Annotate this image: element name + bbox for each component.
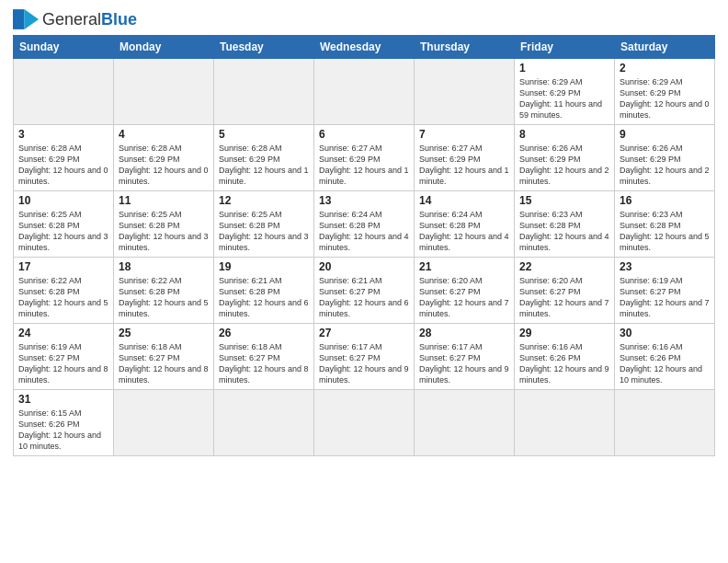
calendar-cell: 5Sunrise: 6:28 AM Sunset: 6:29 PM Daylig… (214, 125, 314, 191)
calendar-cell: 26Sunrise: 6:18 AM Sunset: 6:27 PM Dayli… (214, 324, 314, 390)
day-number: 2 (620, 62, 710, 75)
weekday-header: Wednesday (314, 36, 415, 59)
calendar-table: SundayMondayTuesdayWednesdayThursdayFrid… (13, 35, 715, 456)
day-number: 9 (620, 128, 710, 141)
day-info: Sunrise: 6:28 AM Sunset: 6:29 PM Dayligh… (119, 143, 209, 188)
day-number: 11 (119, 194, 209, 207)
day-info: Sunrise: 6:18 AM Sunset: 6:27 PM Dayligh… (219, 341, 309, 386)
day-number: 13 (319, 194, 409, 207)
day-info: Sunrise: 6:16 AM Sunset: 6:26 PM Dayligh… (519, 341, 609, 386)
svg-marker-1 (24, 9, 39, 29)
day-info: Sunrise: 6:22 AM Sunset: 6:28 PM Dayligh… (18, 275, 108, 320)
day-number: 19 (219, 260, 309, 273)
day-info: Sunrise: 6:21 AM Sunset: 6:27 PM Dayligh… (319, 275, 409, 320)
calendar-cell (114, 390, 214, 456)
day-number: 25 (119, 327, 209, 339)
day-info: Sunrise: 6:20 AM Sunset: 6:27 PM Dayligh… (519, 275, 609, 320)
day-number: 3 (18, 128, 108, 141)
weekday-header: Thursday (415, 36, 515, 59)
calendar-cell: 15Sunrise: 6:23 AM Sunset: 6:28 PM Dayli… (515, 191, 615, 258)
day-info: Sunrise: 6:29 AM Sunset: 6:29 PM Dayligh… (620, 76, 710, 121)
calendar-cell: 22Sunrise: 6:20 AM Sunset: 6:27 PM Dayli… (515, 258, 615, 324)
calendar-cell: 8Sunrise: 6:26 AM Sunset: 6:29 PM Daylig… (515, 125, 615, 191)
day-info: Sunrise: 6:23 AM Sunset: 6:28 PM Dayligh… (519, 209, 609, 254)
day-number: 12 (219, 194, 309, 207)
calendar-cell: 24Sunrise: 6:19 AM Sunset: 6:27 PM Dayli… (14, 324, 114, 390)
day-number: 22 (519, 260, 609, 273)
calendar-cell (314, 390, 415, 456)
day-number: 4 (119, 128, 209, 141)
day-number: 17 (18, 260, 108, 273)
day-info: Sunrise: 6:27 AM Sunset: 6:29 PM Dayligh… (319, 143, 409, 188)
header: GeneralBlue (13, 9, 715, 29)
calendar-cell: 9Sunrise: 6:26 AM Sunset: 6:29 PM Daylig… (615, 125, 715, 191)
day-number: 18 (119, 260, 209, 273)
day-number: 26 (219, 327, 309, 339)
day-number: 21 (419, 260, 509, 273)
calendar-cell (314, 59, 415, 125)
logo: GeneralBlue (13, 9, 137, 29)
day-number: 1 (519, 62, 609, 75)
day-info: Sunrise: 6:19 AM Sunset: 6:27 PM Dayligh… (620, 275, 710, 320)
calendar-cell (214, 59, 314, 125)
calendar-cell: 10Sunrise: 6:25 AM Sunset: 6:28 PM Dayli… (14, 191, 114, 258)
calendar-cell: 27Sunrise: 6:17 AM Sunset: 6:27 PM Dayli… (314, 324, 415, 390)
day-info: Sunrise: 6:25 AM Sunset: 6:28 PM Dayligh… (18, 209, 108, 254)
day-info: Sunrise: 6:26 AM Sunset: 6:29 PM Dayligh… (620, 143, 710, 188)
day-info: Sunrise: 6:16 AM Sunset: 6:26 PM Dayligh… (620, 341, 710, 386)
calendar-cell: 7Sunrise: 6:27 AM Sunset: 6:29 PM Daylig… (415, 125, 515, 191)
day-info: Sunrise: 6:22 AM Sunset: 6:28 PM Dayligh… (119, 275, 209, 320)
calendar-cell: 28Sunrise: 6:17 AM Sunset: 6:27 PM Dayli… (415, 324, 515, 390)
calendar-cell (114, 59, 214, 125)
day-info: Sunrise: 6:15 AM Sunset: 6:26 PM Dayligh… (18, 408, 108, 453)
day-info: Sunrise: 6:17 AM Sunset: 6:27 PM Dayligh… (419, 341, 509, 386)
calendar-cell: 25Sunrise: 6:18 AM Sunset: 6:27 PM Dayli… (114, 324, 214, 390)
calendar-cell: 21Sunrise: 6:20 AM Sunset: 6:27 PM Dayli… (415, 258, 515, 324)
day-info: Sunrise: 6:23 AM Sunset: 6:28 PM Dayligh… (620, 209, 710, 254)
weekday-header: Friday (515, 36, 615, 59)
day-number: 24 (18, 327, 108, 339)
calendar-cell: 1Sunrise: 6:29 AM Sunset: 6:29 PM Daylig… (515, 59, 615, 125)
day-number: 27 (319, 327, 409, 339)
day-info: Sunrise: 6:25 AM Sunset: 6:28 PM Dayligh… (119, 209, 209, 254)
day-info: Sunrise: 6:26 AM Sunset: 6:29 PM Dayligh… (519, 143, 609, 188)
day-number: 14 (419, 194, 509, 207)
day-info: Sunrise: 6:20 AM Sunset: 6:27 PM Dayligh… (419, 275, 509, 320)
day-info: Sunrise: 6:17 AM Sunset: 6:27 PM Dayligh… (319, 341, 409, 386)
day-number: 6 (319, 128, 409, 141)
calendar-cell: 19Sunrise: 6:21 AM Sunset: 6:28 PM Dayli… (214, 258, 314, 324)
day-number: 29 (519, 327, 609, 339)
svg-rect-2 (15, 11, 23, 29)
day-info: Sunrise: 6:21 AM Sunset: 6:28 PM Dayligh… (219, 275, 309, 320)
day-info: Sunrise: 6:18 AM Sunset: 6:27 PM Dayligh… (119, 341, 209, 386)
calendar-cell: 29Sunrise: 6:16 AM Sunset: 6:26 PM Dayli… (515, 324, 615, 390)
day-info: Sunrise: 6:24 AM Sunset: 6:28 PM Dayligh… (419, 209, 509, 254)
calendar-cell: 16Sunrise: 6:23 AM Sunset: 6:28 PM Dayli… (615, 191, 715, 258)
calendar-cell: 13Sunrise: 6:24 AM Sunset: 6:28 PM Dayli… (314, 191, 415, 258)
day-number: 7 (419, 128, 509, 141)
day-number: 15 (519, 194, 609, 207)
day-info: Sunrise: 6:28 AM Sunset: 6:29 PM Dayligh… (219, 143, 309, 188)
calendar-cell: 17Sunrise: 6:22 AM Sunset: 6:28 PM Dayli… (14, 258, 114, 324)
weekday-header: Saturday (615, 36, 715, 59)
calendar-cell: 23Sunrise: 6:19 AM Sunset: 6:27 PM Dayli… (615, 258, 715, 324)
day-info: Sunrise: 6:28 AM Sunset: 6:29 PM Dayligh… (18, 143, 108, 188)
calendar-cell: 2Sunrise: 6:29 AM Sunset: 6:29 PM Daylig… (615, 59, 715, 125)
calendar-cell (415, 59, 515, 125)
day-number: 30 (620, 327, 710, 339)
day-number: 8 (519, 128, 609, 141)
calendar-cell: 4Sunrise: 6:28 AM Sunset: 6:29 PM Daylig… (114, 125, 214, 191)
day-info: Sunrise: 6:24 AM Sunset: 6:28 PM Dayligh… (319, 209, 409, 254)
calendar-cell (214, 390, 314, 456)
day-info: Sunrise: 6:25 AM Sunset: 6:28 PM Dayligh… (219, 209, 309, 254)
calendar-cell: 20Sunrise: 6:21 AM Sunset: 6:27 PM Dayli… (314, 258, 415, 324)
day-number: 16 (620, 194, 710, 207)
calendar-cell (515, 390, 615, 456)
calendar-cell: 30Sunrise: 6:16 AM Sunset: 6:26 PM Dayli… (615, 324, 715, 390)
logo-icon (13, 9, 39, 29)
day-info: Sunrise: 6:27 AM Sunset: 6:29 PM Dayligh… (419, 143, 509, 188)
day-number: 20 (319, 260, 409, 273)
page: GeneralBlue SundayMondayTuesdayWednesday… (0, 0, 728, 563)
day-number: 5 (219, 128, 309, 141)
calendar-cell: 14Sunrise: 6:24 AM Sunset: 6:28 PM Dayli… (415, 191, 515, 258)
